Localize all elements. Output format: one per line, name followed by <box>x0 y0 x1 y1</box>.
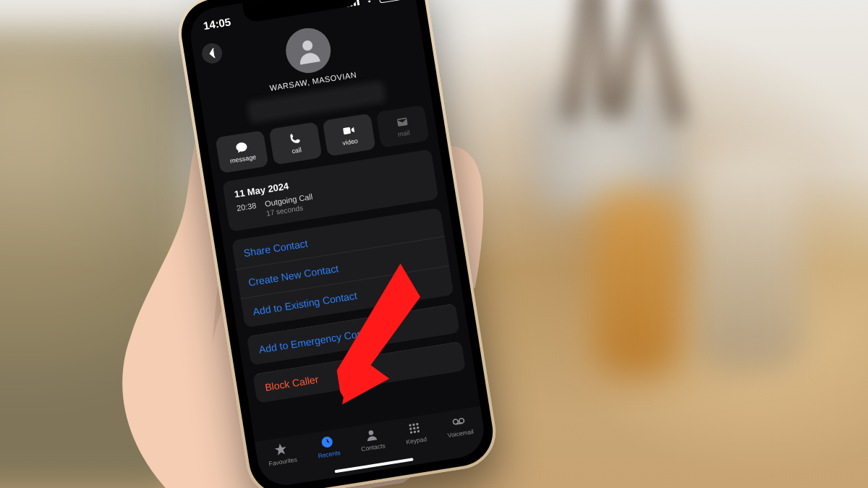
svg-point-4 <box>368 430 374 436</box>
chevron-left-icon <box>208 48 216 59</box>
tab-keypad[interactable]: Keypad <box>403 419 427 445</box>
svg-point-9 <box>413 427 416 429</box>
person-icon <box>362 427 380 443</box>
svg-point-10 <box>417 427 420 429</box>
wifi-icon <box>362 0 375 4</box>
svg-point-6 <box>412 424 415 427</box>
mail-icon <box>393 114 410 129</box>
keypad-icon <box>406 420 424 437</box>
svg-rect-1 <box>343 127 351 134</box>
svg-point-11 <box>410 431 413 434</box>
bg-bottle <box>694 152 803 369</box>
phone-icon <box>286 132 303 147</box>
star-icon <box>272 441 290 458</box>
message-button[interactable]: message <box>215 130 268 174</box>
call-button[interactable]: call <box>269 121 323 165</box>
svg-point-7 <box>416 423 419 426</box>
svg-point-12 <box>414 430 417 433</box>
message-icon <box>233 140 250 155</box>
svg-point-8 <box>409 427 412 430</box>
clock-icon <box>318 434 336 450</box>
status-time: 14:05 <box>203 15 232 32</box>
tab-contacts[interactable]: Contacts <box>358 426 386 453</box>
mail-button: mail <box>376 105 430 148</box>
call-time: 20:38 <box>236 201 258 222</box>
bg-bottle-2 <box>593 188 680 376</box>
tab-favourites[interactable]: Favourites <box>265 440 297 468</box>
hand-and-phone: 14:05 38 <box>24 0 561 488</box>
tab-recents[interactable]: Recents <box>315 433 341 459</box>
photo-scene: 14:05 38 <box>0 0 868 488</box>
voicemail-icon <box>450 413 468 429</box>
svg-point-13 <box>417 430 420 433</box>
video-icon <box>340 123 357 138</box>
person-icon <box>291 33 326 68</box>
content-area: WARSAW, MASOVIAN message call <box>192 8 481 446</box>
svg-point-5 <box>409 424 412 427</box>
svg-point-3 <box>321 436 333 448</box>
svg-point-0 <box>302 40 313 51</box>
battery-icon: 38 <box>378 0 401 4</box>
avatar <box>283 25 334 76</box>
video-button[interactable]: video <box>323 114 376 157</box>
tab-voicemail[interactable]: Voicemail <box>445 412 475 439</box>
